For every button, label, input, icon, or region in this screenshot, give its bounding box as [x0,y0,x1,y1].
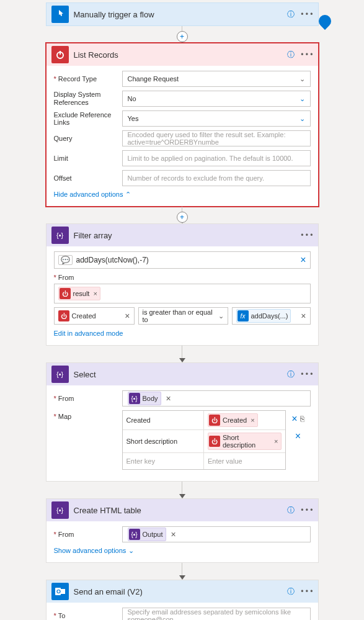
trigger-title: Manually trigger a flow [69,10,288,19]
svg-rect-1 [60,51,61,55]
send-email-card: O Send an email (V2) ⓘ• • • To Specify e… [46,580,319,620]
limit-input[interactable]: Limit to be applied on pagination. The d… [122,150,311,166]
map-key-input[interactable]: Enter key [123,453,205,469]
map-value-input[interactable]: Enter value [204,453,285,469]
condition-operator[interactable]: is greater than or equal to⌄ [138,307,228,325]
output-token[interactable]: {•}Output [128,528,166,541]
created-token[interactable]: ⏻Created× [208,413,258,427]
more-icon[interactable]: • • • [301,370,313,379]
condition-left[interactable]: ⏻Created × [54,307,135,325]
offset-label: Offset [54,174,122,182]
connector [46,563,319,580]
clear-icon[interactable]: × [166,393,171,403]
chevron-up-icon: ⌃ [125,191,131,199]
select-card: {•} Select ⓘ• • • From {•}Body × Map Cre… [46,362,319,482]
remove-token-icon[interactable]: × [251,416,254,424]
select-header[interactable]: {•} Select ⓘ• • • [47,363,318,385]
data-ops-icon: {•} [51,501,69,519]
map-row: Short description ⏻Short description× [123,430,285,453]
add-step-button[interactable]: + [177,31,188,42]
to-label: To [54,612,122,619]
short-desc-token[interactable]: ⏻Short description× [208,433,282,450]
remove-token-icon[interactable]: × [93,290,97,297]
expression-preview[interactable]: 💬 addDays(utcNow(),-7) × [54,251,311,269]
comment-indicator[interactable] [316,12,333,30]
power-icon: ⏻ [209,415,220,426]
more-icon[interactable]: • • • [301,50,313,59]
power-icon [51,46,69,63]
trigger-header[interactable]: Manually trigger a flow ⓘ • • • [47,3,318,25]
create-html-header[interactable]: {•} Create HTML table ⓘ• • • [47,499,318,521]
filter-array-card: {•} Filter array • • • 💬 addDays(utcNow(… [46,223,319,346]
connector [46,346,319,362]
show-advanced-link[interactable]: Show advanced options ⌄ [54,547,135,555]
send-email-header[interactable]: O Send an email (V2) ⓘ• • • [47,580,318,603]
switch-mode-icon[interactable]: ⎘ [300,415,304,423]
condition-right[interactable]: fxaddDays(...) × [232,307,311,325]
to-input[interactable]: Specify email addresses separated by sem… [122,608,311,620]
filter-array-title: Filter array [69,231,301,240]
map-key-input[interactable]: Created [123,411,205,429]
clear-icon[interactable]: × [125,311,130,321]
close-icon[interactable]: × [300,254,306,266]
query-input[interactable]: Encoded query used to filter the result … [122,130,311,146]
create-html-title: Create HTML table [69,506,288,515]
trigger-card: Manually trigger a flow ⓘ • • • [46,2,319,26]
display-sys-refs-select[interactable]: No⌄ [122,91,311,107]
html-from-label: From [54,531,122,538]
data-ops-icon: {•} [129,393,140,404]
help-icon[interactable]: ⓘ [287,9,295,20]
chevron-down-icon: ⌄ [128,547,134,555]
help-icon[interactable]: ⓘ [287,50,295,60]
clear-icon[interactable]: × [301,311,306,321]
record-type-select[interactable]: Change Request⌄ [122,71,311,87]
svg-text:{•}: {•} [56,231,64,239]
connector [46,482,319,498]
result-token[interactable]: ⏻result× [58,287,100,300]
more-icon[interactable]: • • • [301,231,313,240]
offset-input[interactable]: Number of records to exclude from the qu… [122,170,311,186]
chevron-down-icon: ⌄ [300,95,305,103]
svg-rect-7 [61,589,65,594]
map-row: Enter key Enter value [123,453,285,469]
help-icon[interactable]: ⓘ [287,369,295,380]
select-title: Select [69,370,288,379]
svg-text:{•}: {•} [56,506,64,514]
select-from-input[interactable]: {•}Body × [122,390,311,407]
edit-advanced-link[interactable]: Edit in advanced mode [54,330,123,337]
map-value-input[interactable]: ⏻Short description× [204,430,285,452]
data-ops-icon: {•} [51,366,69,383]
pointer-icon [51,6,69,23]
delete-row-icon[interactable]: × [291,413,297,425]
body-token[interactable]: {•}Body [128,392,161,405]
chevron-down-icon: ⌄ [300,75,305,83]
fx-icon: fx [237,310,249,321]
help-icon[interactable]: ⓘ [287,505,295,516]
remove-token-icon[interactable]: × [274,438,278,445]
more-icon[interactable]: • • • [301,506,313,514]
map-row: Created ⏻Created× [123,411,285,430]
power-icon: ⏻ [60,288,71,299]
exclude-ref-links-select[interactable]: Yes⌄ [122,110,311,127]
data-ops-icon: {•} [129,529,140,540]
from-label: From [54,274,122,281]
hide-advanced-link[interactable]: Hide advanced options ⌃ [54,191,131,199]
from-input[interactable]: ⏻result× [54,284,311,303]
map-value-input[interactable]: ⏻Created× [204,411,285,429]
connector: + [46,26,319,43]
data-ops-icon: {•} [51,227,69,244]
help-icon[interactable]: ⓘ [287,586,295,597]
add-step-button[interactable]: + [177,212,188,223]
display-sys-refs-label: Display System References [54,91,122,107]
more-icon[interactable]: • • • [301,587,313,596]
more-icon[interactable]: • • • [301,10,313,19]
html-from-input[interactable]: {•}Output × [122,526,311,542]
delete-row-icon[interactable]: × [295,431,301,442]
filter-array-header[interactable]: {•} Filter array • • • [47,224,318,246]
clear-icon[interactable]: × [171,529,176,539]
list-records-card: List Records ⓘ • • • Record Type Change … [46,43,319,207]
exclude-ref-links-label: Exclude Reference Links [54,111,122,126]
list-records-header[interactable]: List Records ⓘ • • • [47,43,318,66]
map-key-input[interactable]: Short description [123,430,205,452]
fx-token[interactable]: fxaddDays(...) [236,309,291,323]
